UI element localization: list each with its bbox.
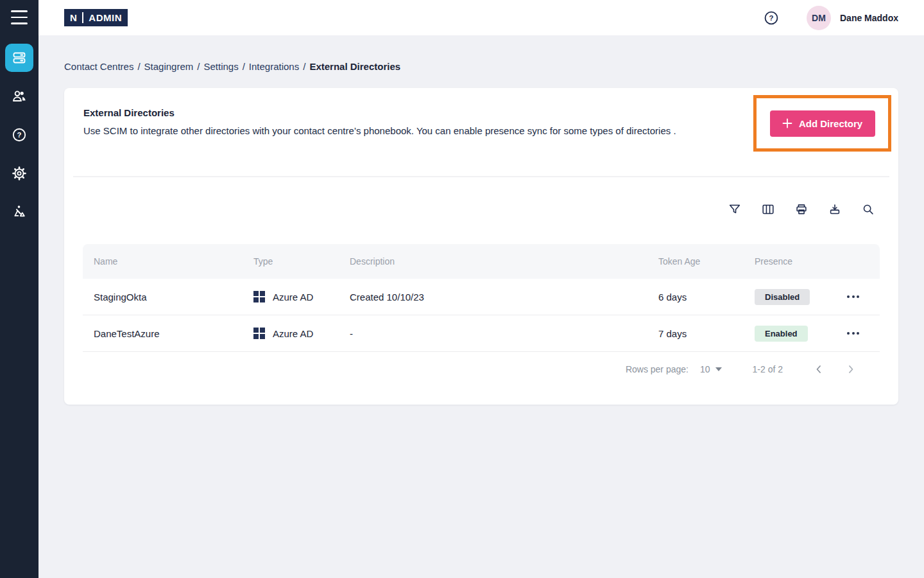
print-icon[interactable] [794,202,809,216]
gear-icon [11,165,28,182]
row-name: DaneTestAzure [83,328,253,339]
table-header-row: Name Type Description Token Age Presence [83,244,880,279]
azure-ad-icon [253,328,265,339]
row-description: - [350,328,658,339]
row-description: Created 10/10/23 [350,292,658,302]
logo-admin: ADMIN [89,12,122,23]
external-directories-card: External Directories Use SCIM to integra… [64,88,898,405]
row-actions-menu-icon[interactable] [846,328,860,338]
azure-ad-icon [253,291,265,302]
row-token-age: 7 days [658,328,755,339]
sidebar-item-maintenance[interactable] [5,198,33,226]
columns-icon[interactable] [761,202,775,216]
row-token-age: 6 days [658,292,755,302]
content-area: Contact Centres/Stagingrem/Settings/Inte… [38,35,924,578]
breadcrumb-contact-centres[interactable]: Contact Centres [64,61,133,72]
col-header-presence: Presence [755,256,843,267]
logo-separator [82,12,83,23]
col-header-description: Description [350,256,658,267]
add-directory-label: Add Directory [799,118,862,129]
pagination: Rows per page: 10 1-2 of 2 [626,356,860,382]
presence-badge: Disabled [755,289,810,305]
help-icon: ? [11,127,28,143]
row-name: StagingOkta [83,292,253,302]
rows-per-page-select[interactable]: 10 [700,364,722,374]
col-header-name: Name [83,256,253,267]
plus-icon [782,118,792,128]
page-description: Use SCIM to integrate other directories … [83,125,676,136]
row-actions-menu-icon[interactable] [846,292,860,302]
app-logo[interactable]: N ADMIN [64,9,128,26]
topbar: N ADMIN ? DM Dane Maddox [38,0,924,35]
table-row: StagingOkta Azure AD Created 10/10/23 6 … [83,279,880,315]
add-directory-button[interactable]: Add Directory [770,110,875,137]
next-page-button[interactable] [842,360,860,378]
previous-page-button[interactable] [810,360,828,378]
search-icon[interactable] [861,202,875,216]
divider [73,176,889,177]
col-header-type: Type [253,256,350,267]
breadcrumb: Contact Centres/Stagingrem/Settings/Inte… [64,61,400,72]
svg-text:?: ? [769,14,774,22]
download-icon[interactable] [828,202,842,216]
sidebar-item-contact-centres[interactable] [5,44,33,72]
help-icon[interactable]: ? [763,10,780,26]
table-toolbar [728,202,875,216]
filter-icon[interactable] [728,202,742,216]
page-title: External Directories [83,107,175,118]
construction-icon [11,204,28,220]
sidebar-item-settings[interactable] [5,159,33,188]
servers-icon [12,50,27,66]
row-type: Azure AD [273,292,313,302]
users-icon [11,88,28,105]
sidebar-item-users[interactable] [5,82,33,110]
annotation-highlight-box: Add Directory [753,95,891,152]
rows-per-page-label: Rows per page: [626,364,689,374]
avatar[interactable]: DM [807,6,831,30]
svg-text:?: ? [17,131,22,139]
sidebar: ? [0,0,38,578]
user-name: Dane Maddox [840,13,898,23]
breadcrumb-stagingrem[interactable]: Stagingrem [144,61,194,72]
presence-badge: Enabled [755,326,808,342]
table-row: DaneTestAzure Azure AD - 7 days Enabled [83,315,880,352]
directories-table: Name Type Description Token Age Presence… [83,244,880,352]
row-type: Azure AD [273,328,313,339]
breadcrumb-current: External Directories [309,61,400,72]
chevron-down-icon [715,367,722,371]
logo-n: N [70,12,77,23]
breadcrumb-settings[interactable]: Settings [203,61,238,72]
sidebar-item-help[interactable]: ? [5,121,33,149]
rows-per-page-value: 10 [700,364,710,374]
pagination-range: 1-2 of 2 [753,364,783,374]
col-header-token-age: Token Age [658,256,755,267]
breadcrumb-integrations[interactable]: Integrations [249,61,299,72]
hamburger-menu-icon[interactable] [11,10,28,24]
